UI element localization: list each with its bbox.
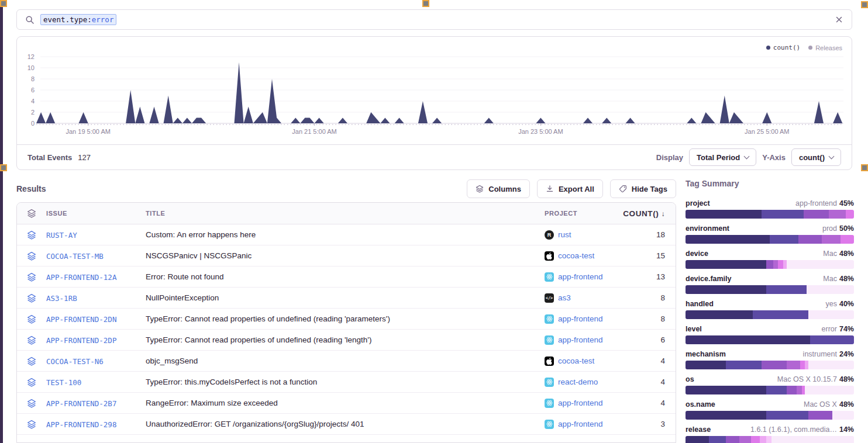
tag-bar-segment[interactable]: [787, 361, 800, 369]
project-link[interactable]: app-frontend: [558, 314, 603, 323]
project-link[interactable]: cocoa-test: [558, 251, 594, 260]
tag-icon: [619, 185, 627, 193]
tag-bar-segment[interactable]: [686, 411, 766, 420]
tag-bar-segment[interactable]: [760, 436, 767, 443]
tag-bar-segment[interactable]: [846, 210, 854, 219]
column-header-issue[interactable]: ISSUE: [46, 210, 146, 217]
tag-distribution-bar[interactable]: [686, 310, 854, 319]
tag-bar-segment[interactable]: [686, 260, 766, 269]
tag-bar-segment[interactable]: [770, 235, 798, 244]
tag-bar-segment[interactable]: [829, 210, 846, 219]
tag-distribution-bar[interactable]: [686, 436, 854, 443]
tag-bar-segment[interactable]: [804, 210, 829, 219]
tag-bar-segment[interactable]: [686, 386, 766, 394]
tag-bar-segment[interactable]: [802, 386, 805, 394]
tag-distribution-bar[interactable]: [686, 361, 854, 369]
tag-bar-segment[interactable]: [766, 386, 787, 394]
project-link[interactable]: cocoa-test: [558, 357, 594, 365]
tag-top-value: Mac OS X 10.15.748%: [777, 375, 854, 383]
issue-link[interactable]: APP-FRONTEND-2B7: [46, 399, 116, 408]
project-link[interactable]: app-frontend: [558, 420, 603, 428]
issue-link[interactable]: AS3-1RB: [46, 294, 77, 303]
tag-bar-segment[interactable]: [766, 411, 808, 420]
project-link[interactable]: app-frontend: [558, 335, 603, 344]
tag-bar-segment[interactable]: [805, 361, 808, 369]
project-link[interactable]: rust: [558, 230, 571, 239]
tag-bar-segment[interactable]: [686, 335, 810, 344]
tag-bar-segment[interactable]: [808, 411, 832, 420]
selection-handle-top-left[interactable]: [0, 0, 7, 7]
issue-count: 4: [621, 378, 676, 386]
display-dropdown[interactable]: Total Period: [689, 148, 756, 166]
search-token-value: error: [92, 15, 114, 24]
issue-link[interactable]: APP-FRONTEND-2DP: [46, 336, 116, 345]
events-area-chart[interactable]: 024681012Jan 19 5:00 AMJan 21 5:00 AMJan…: [23, 49, 846, 143]
tag-bar-segment[interactable]: [686, 436, 709, 443]
project-link[interactable]: react-demo: [558, 378, 598, 386]
selection-handle-top-right[interactable]: [861, 1, 868, 8]
tag-bar-segment[interactable]: [753, 310, 808, 319]
tag-bar-segment[interactable]: [766, 260, 773, 269]
tag-bar-segment[interactable]: [766, 436, 771, 443]
tag-bar-segment[interactable]: [751, 436, 759, 443]
tag-bar-segment[interactable]: [686, 235, 770, 244]
tag-distribution-bar[interactable]: [686, 260, 854, 269]
hide-tags-button[interactable]: Hide Tags: [610, 179, 676, 198]
tag-bar-segment[interactable]: [709, 436, 726, 443]
tag-bar-segment[interactable]: [798, 235, 822, 244]
tag-bar-segment[interactable]: [766, 285, 807, 294]
issue-link[interactable]: RUST-AY: [46, 231, 77, 240]
export-all-button[interactable]: Export All: [537, 179, 603, 198]
issue-link[interactable]: TEST-100: [46, 378, 81, 387]
column-header-project[interactable]: PROJECT: [545, 210, 621, 217]
issue-link[interactable]: APP-FRONTEND-2DN: [46, 315, 116, 324]
tag-bar-segment[interactable]: [726, 361, 761, 369]
project-link[interactable]: as3: [558, 293, 571, 302]
selection-handle-left-middle[interactable]: [0, 164, 7, 171]
tag-distribution-bar[interactable]: [686, 411, 854, 420]
project-link[interactable]: app-frontend: [558, 272, 603, 281]
tag-bar-segment[interactable]: [841, 235, 854, 244]
tag-distribution-bar[interactable]: [686, 285, 854, 294]
tag-bar-segment[interactable]: [762, 361, 787, 369]
selection-handle-top-middle[interactable]: [422, 0, 429, 7]
tag-bar-segment[interactable]: [726, 436, 739, 443]
search-clear-button[interactable]: [835, 15, 843, 24]
search-token[interactable]: event.type:error: [40, 14, 116, 25]
tag-bar-segment[interactable]: [800, 361, 805, 369]
issue-stack-icon: [27, 314, 36, 324]
tag-bar-segment[interactable]: [686, 310, 753, 319]
tag-distribution-bar[interactable]: [686, 210, 854, 219]
tag-bar-segment[interactable]: [797, 386, 802, 394]
issue-stack-icon: [27, 420, 36, 429]
yaxis-dropdown[interactable]: count(): [791, 148, 841, 166]
tag-distribution-bar[interactable]: [686, 335, 854, 344]
tag-bar-segment[interactable]: [778, 260, 783, 269]
tag-bar-segment[interactable]: [783, 260, 787, 269]
project-link[interactable]: app-frontend: [558, 399, 603, 407]
tag-bar-segment[interactable]: [739, 436, 751, 443]
column-header-title[interactable]: TITLE: [146, 210, 545, 217]
issue-link[interactable]: APP-FRONTEND-298: [46, 420, 116, 429]
column-header-stack[interactable]: [17, 209, 46, 218]
columns-button[interactable]: Columns: [467, 179, 530, 198]
selection-handle-right-middle[interactable]: [861, 164, 868, 171]
tag-bar-segment[interactable]: [773, 260, 779, 269]
tag-bar-segment[interactable]: [762, 210, 804, 219]
tag-bar-segment[interactable]: [822, 235, 841, 244]
tag-bar-segment[interactable]: [686, 361, 726, 369]
tag-distribution-bar[interactable]: [686, 235, 854, 244]
search-input[interactable]: event.type:error: [16, 9, 852, 30]
tag-distribution-bar[interactable]: [686, 386, 854, 394]
svg-text:12: 12: [27, 53, 35, 60]
column-header-count[interactable]: COUNT()↓: [621, 209, 676, 218]
issue-link[interactable]: COCOA-TEST-N6: [46, 357, 104, 366]
selection-edge: [0, 0, 3, 443]
tag-bar-segment[interactable]: [686, 285, 766, 294]
issue-link[interactable]: COCOA-TEST-MB: [46, 252, 104, 261]
tag-bar-segment[interactable]: [810, 335, 854, 344]
tag-bar-segment[interactable]: [686, 210, 762, 219]
results-title: Results: [16, 184, 46, 193]
tag-bar-segment[interactable]: [787, 386, 797, 394]
issue-link[interactable]: APP-FRONTEND-12A: [46, 273, 116, 282]
